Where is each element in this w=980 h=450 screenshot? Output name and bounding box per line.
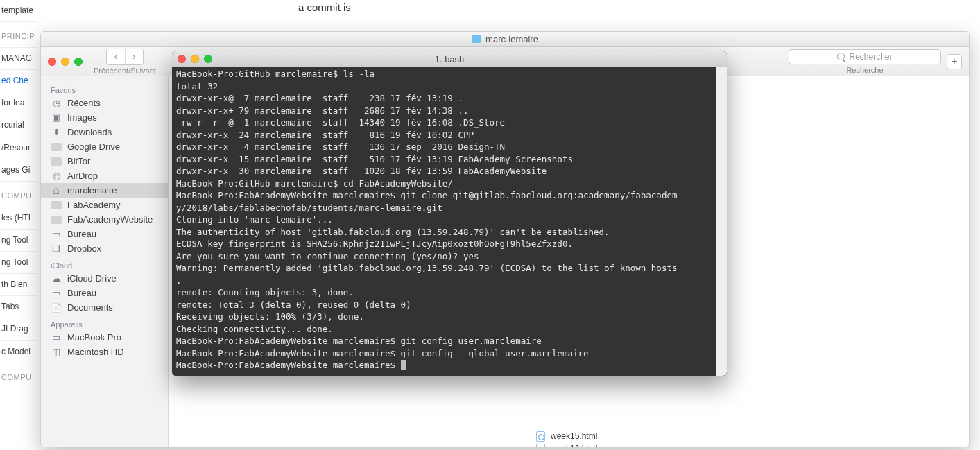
bg-left-item[interactable]: /Resour [0,137,37,159]
zoom-icon[interactable] [204,55,212,63]
bg-left-item[interactable]: COMPU [0,182,37,207]
sidebar-item-label: Dropbox [67,243,101,254]
terminal-output[interactable]: MacBook-Pro:GitHub marclemaire$ ls -la t… [172,67,727,376]
search-input[interactable]: Rechercher [789,49,941,64]
bg-left-column: templatePRINCIPMANAGed Chefor learcurial… [0,0,37,450]
terminal-window: 1. bash MacBook-Pro:GitHub marclemaire$ … [172,51,727,376]
sidebar-item-label: Google Drive [67,141,120,152]
bg-left-item[interactable]: MANAG [0,48,37,70]
finder-titlebar[interactable]: marc-lemaire [41,32,969,47]
folder-icon [51,157,62,166]
bg-left-item[interactable]: ng Tool [0,252,37,274]
camera-icon [51,113,62,123]
bg-left-item[interactable]: PRINCIP [0,22,37,48]
doc-icon [51,303,62,313]
sidebar-item-label: Bureau [67,229,96,239]
sidebar-item[interactable]: FabAcademy [41,198,168,212]
sidebar-item[interactable]: marclemaire [41,183,168,198]
window-controls [48,58,83,66]
file-row[interactable]: week16.html [536,442,597,447]
bg-left-item[interactable]: les (HTI [0,207,37,230]
sidebar-item[interactable]: BitTor [41,154,168,168]
sidebar-heading: Appareils [41,315,168,330]
bg-left-item[interactable]: rcurial [0,114,37,137]
folder-icon [472,35,481,43]
sidebar-item[interactable]: MacBook Pro [41,330,168,345]
bg-left-item[interactable]: Tabs [0,296,37,318]
sidebar-item-label: Downloads [67,127,112,137]
bg-left-item[interactable]: ng Tool [0,230,37,252]
bg-left-item[interactable]: JI Drag [0,318,37,340]
close-icon[interactable] [178,55,186,63]
file-name: week16.html [551,444,597,447]
close-icon[interactable] [48,58,56,66]
sidebar-item[interactable]: iCloud Drive [41,271,168,286]
bg-left-item[interactable]: ages Gi [0,159,37,182]
sidebar-item[interactable]: Downloads [41,125,168,139]
file-name: week15.html [551,431,597,441]
search-icon [837,53,845,60]
html-file-icon [536,431,545,442]
terminal-scrollbar[interactable] [716,67,727,376]
zoom-icon[interactable] [74,58,83,66]
minimize-icon[interactable] [191,55,199,63]
terminal-cursor [401,360,406,370]
sidebar-item-label: Documents [67,302,113,313]
sidebar-item-label: Récents [67,98,101,108]
sidebar-item-label: AirDrop [67,171,98,181]
desktop-icon [51,288,62,298]
bg-left-item[interactable]: th Blen [0,274,37,296]
desktop-icon [51,230,62,239]
sidebar-item[interactable]: AirDrop [41,168,168,183]
dropbox-icon [51,244,62,254]
disk-icon [51,347,62,357]
bg-left-item[interactable]: template [0,0,37,22]
sidebar-item[interactable]: Dropbox [41,241,168,256]
bg-left-item[interactable]: for lea [0,92,37,114]
laptop-icon [51,333,62,343]
search-placeholder: Rechercher [849,52,892,62]
finder-title: marc-lemaire [485,34,538,44]
sidebar-item[interactable]: FabAcademyWebsite [41,212,168,227]
sidebar-item-label: FabAcademy [67,200,121,210]
folder-icon [51,216,62,224]
sidebar-item-label: Macintosh HD [67,347,124,357]
home-icon [51,186,62,196]
file-list: week15.htmlweek16.htmlweek17.htmlweek18.… [536,430,597,447]
search-group: Rechercher Recherche [789,49,941,74]
sidebar-item[interactable]: Récents [41,96,168,110]
sidebar-item-label: MacBook Pro [67,332,121,343]
html-file-icon [536,444,545,447]
sidebar-item-label: marclemaire [67,185,117,196]
sidebar-item[interactable]: Macintosh HD [41,345,168,359]
download-icon [51,128,62,137]
bg-left-item[interactable]: COMPU [0,363,37,389]
sidebar-heading: Favoris [41,80,168,96]
minimize-icon[interactable] [61,58,69,66]
bg-left-item[interactable]: ed Che [0,70,37,92]
clock-icon [51,98,62,108]
airdrop-icon [51,171,62,181]
sidebar-item[interactable]: Documents [41,300,168,315]
sidebar-item-label: BitTor [67,156,90,166]
bg-left-item[interactable]: c Model [0,341,37,363]
search-label: Recherche [846,66,883,74]
terminal-titlebar[interactable]: 1. bash [172,51,727,67]
cloud-icon [51,274,62,284]
sidebar-item[interactable]: Google Drive [41,139,168,154]
back-button[interactable]: ‹ [107,49,125,64]
finder-sidebar[interactable]: FavorisRécentsImagesDownloadsGoogle Driv… [41,76,169,447]
add-button[interactable]: + [947,54,962,69]
sidebar-item-label: Images [67,112,97,123]
sidebar-item[interactable]: Images [41,110,168,125]
file-row[interactable]: week15.html [536,430,597,442]
forward-button[interactable]: › [125,49,143,64]
bg-top-text: a commit is [298,0,800,16]
sidebar-item-label: iCloud Drive [67,273,117,284]
sidebar-item[interactable]: Bureau [41,286,168,300]
sidebar-item-label: FabAcademyWebsite [67,214,153,225]
folder-icon [51,201,62,209]
sidebar-item[interactable]: Bureau [41,227,168,241]
nav-group: ‹ › Précédent/Suivant [94,49,156,75]
sidebar-heading: iCloud [41,256,168,271]
